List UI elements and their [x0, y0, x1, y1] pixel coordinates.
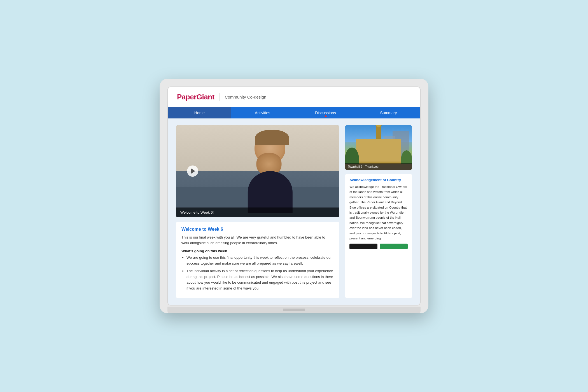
main-heading: Welcome to Week 6: [181, 227, 334, 232]
site-subtitle: Community Co-design: [225, 95, 266, 99]
bullet-2: The individual activity is a set of refl…: [186, 268, 334, 291]
button-row: [349, 244, 408, 249]
btn-black[interactable]: [349, 244, 377, 249]
site-logo: PaperGiant: [177, 93, 214, 101]
bullet-1: We are going to use this final opportuni…: [186, 255, 334, 267]
main-content: Welcome to Week 6! Welcome to Week 6 Thi…: [168, 118, 420, 305]
left-column: Welcome to Week 6! Welcome to Week 6 Thi…: [176, 125, 339, 298]
main-intro: This is our final week with you all. We …: [181, 235, 334, 246]
play-button[interactable]: [187, 165, 198, 177]
video-player[interactable]: Welcome to Week 6!: [176, 125, 339, 217]
main-subheading: What's going on this week: [181, 249, 334, 253]
acknowledgement-card: Acknowledgement of Country We acknowledg…: [345, 174, 412, 298]
laptop-base: [167, 307, 421, 313]
acknowledgement-heading: Acknowledgement of Country: [349, 178, 408, 182]
acknowledgement-text: We acknowledge the Traditional Owners of…: [349, 184, 408, 241]
main-bullets: We are going to use this final opportuni…: [181, 255, 334, 291]
main-nav: Home Activities Discussions Summary: [168, 107, 420, 118]
btn-green[interactable]: [380, 244, 408, 249]
site-header: PaperGiant Community Co-design: [168, 87, 420, 107]
nav-item-discussions[interactable]: Discussions: [294, 107, 357, 118]
nav-item-activities[interactable]: Activities: [231, 107, 294, 118]
townhall-caption: Townhall 2 - Thankyou: [345, 163, 412, 170]
nav-item-home[interactable]: Home: [168, 107, 231, 118]
video-caption: Welcome to Week 6!: [176, 207, 339, 217]
notification-dot: [325, 115, 326, 117]
main-text-card: Welcome to Week 6 This is our final week…: [176, 222, 339, 298]
townhall-image[interactable]: Townhall 2 - Thankyou: [345, 125, 412, 170]
right-column: Townhall 2 - Thankyou Acknowledgement of…: [345, 125, 412, 298]
laptop-frame: PaperGiant Community Co-design Home Acti…: [160, 79, 428, 313]
header-divider: [220, 93, 220, 101]
laptop-hinge: [283, 309, 305, 311]
laptop-screen: PaperGiant Community Co-design Home Acti…: [167, 87, 421, 305]
nav-item-summary[interactable]: Summary: [357, 107, 420, 118]
